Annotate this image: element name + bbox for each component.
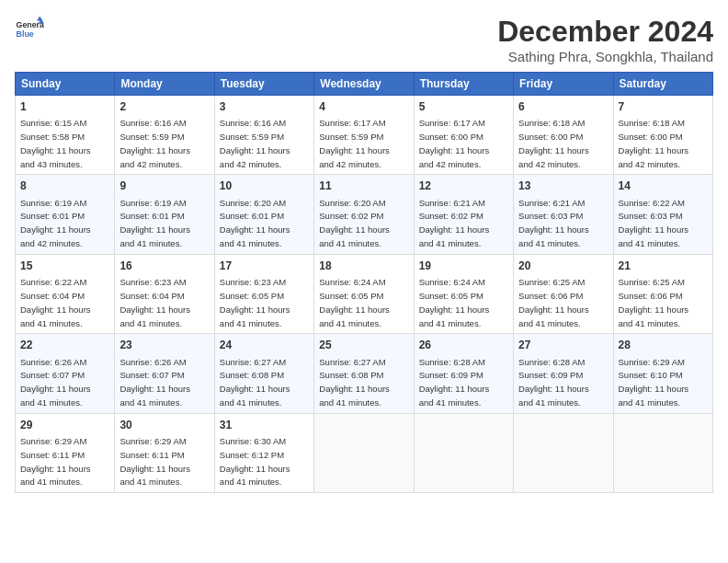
day-info: Sunrise: 6:20 AMSunset: 6:01 PMDaylight:… <box>220 198 290 248</box>
table-row: 7 Sunrise: 6:18 AMSunset: 6:00 PMDayligh… <box>613 96 712 175</box>
col-monday: Monday <box>115 73 214 96</box>
day-number: 8 <box>20 178 109 193</box>
day-info: Sunrise: 6:30 AMSunset: 6:12 PMDaylight:… <box>220 436 290 487</box>
day-info: Sunrise: 6:21 AMSunset: 6:03 PMDaylight:… <box>518 198 589 248</box>
calendar-table: Sunday Monday Tuesday Wednesday Thursday… <box>15 72 713 493</box>
title-block: December 2024 Sathing Phra, Songkhla, Th… <box>497 15 713 64</box>
day-number: 19 <box>419 259 508 273</box>
day-info: Sunrise: 6:17 AMSunset: 5:59 PMDaylight:… <box>319 118 390 168</box>
day-number: 21 <box>619 259 708 273</box>
col-thursday: Thursday <box>414 73 513 96</box>
table-row: 21 Sunrise: 6:25 AMSunset: 6:06 PMDaylig… <box>613 254 712 333</box>
table-row: 30 Sunrise: 6:29 AMSunset: 6:11 PMDaylig… <box>115 413 214 492</box>
day-info: Sunrise: 6:29 AMSunset: 6:11 PMDaylight:… <box>20 436 91 487</box>
day-info: Sunrise: 6:16 AMSunset: 5:59 PMDaylight:… <box>119 118 190 168</box>
day-info: Sunrise: 6:21 AMSunset: 6:02 PMDaylight:… <box>419 198 490 248</box>
table-row <box>613 413 712 492</box>
col-saturday: Saturday <box>613 73 712 96</box>
table-row: 23 Sunrise: 6:26 AMSunset: 6:07 PMDaylig… <box>115 334 214 413</box>
day-number: 1 <box>20 99 109 114</box>
day-info: Sunrise: 6:18 AMSunset: 6:00 PMDaylight:… <box>518 118 589 168</box>
day-number: 23 <box>119 338 209 352</box>
table-row: 29 Sunrise: 6:29 AMSunset: 6:11 PMDaylig… <box>16 413 115 492</box>
page-title: December 2024 <box>497 15 713 49</box>
table-row: 6 Sunrise: 6:18 AMSunset: 6:00 PMDayligh… <box>514 96 613 175</box>
table-row: 25 Sunrise: 6:27 AMSunset: 6:08 PMDaylig… <box>314 334 414 413</box>
table-row: 4 Sunrise: 6:17 AMSunset: 5:59 PMDayligh… <box>314 96 414 175</box>
calendar-week-row: 22 Sunrise: 6:26 AMSunset: 6:07 PMDaylig… <box>16 334 713 413</box>
calendar-week-row: 29 Sunrise: 6:29 AMSunset: 6:11 PMDaylig… <box>16 413 713 492</box>
table-row <box>514 413 613 492</box>
day-number: 17 <box>220 259 309 273</box>
day-number: 4 <box>319 99 408 114</box>
day-info: Sunrise: 6:16 AMSunset: 5:59 PMDaylight:… <box>220 118 290 168</box>
day-info: Sunrise: 6:26 AMSunset: 6:07 PMDaylight:… <box>20 357 91 408</box>
day-number: 16 <box>119 259 209 273</box>
day-number: 13 <box>518 178 608 193</box>
svg-marker-2 <box>37 17 42 21</box>
day-number: 12 <box>419 178 508 193</box>
day-info: Sunrise: 6:28 AMSunset: 6:09 PMDaylight:… <box>419 357 490 408</box>
day-number: 5 <box>419 99 508 114</box>
day-info: Sunrise: 6:25 AMSunset: 6:06 PMDaylight:… <box>518 277 589 327</box>
calendar-week-row: 8 Sunrise: 6:19 AMSunset: 6:01 PMDayligh… <box>16 175 713 254</box>
day-number: 30 <box>119 418 209 432</box>
logo: General Blue <box>15 15 44 44</box>
day-number: 29 <box>20 418 109 432</box>
table-row: 19 Sunrise: 6:24 AMSunset: 6:05 PMDaylig… <box>414 254 513 333</box>
day-info: Sunrise: 6:23 AMSunset: 6:05 PMDaylight:… <box>220 277 290 327</box>
day-number: 7 <box>619 99 708 114</box>
table-row: 24 Sunrise: 6:27 AMSunset: 6:08 PMDaylig… <box>214 334 313 413</box>
table-row: 9 Sunrise: 6:19 AMSunset: 6:01 PMDayligh… <box>115 175 214 254</box>
table-row: 8 Sunrise: 6:19 AMSunset: 6:01 PMDayligh… <box>16 175 115 254</box>
calendar-header-row: Sunday Monday Tuesday Wednesday Thursday… <box>16 73 713 96</box>
day-info: Sunrise: 6:29 AMSunset: 6:11 PMDaylight:… <box>119 436 190 487</box>
day-info: Sunrise: 6:22 AMSunset: 6:03 PMDaylight:… <box>619 198 689 248</box>
table-row: 10 Sunrise: 6:20 AMSunset: 6:01 PMDaylig… <box>214 175 313 254</box>
day-number: 27 <box>518 338 608 352</box>
table-row: 11 Sunrise: 6:20 AMSunset: 6:02 PMDaylig… <box>314 175 414 254</box>
table-row: 31 Sunrise: 6:30 AMSunset: 6:12 PMDaylig… <box>214 413 313 492</box>
day-number: 2 <box>119 99 209 114</box>
svg-text:Blue: Blue <box>17 29 34 39</box>
table-row: 20 Sunrise: 6:25 AMSunset: 6:06 PMDaylig… <box>514 254 613 333</box>
table-row: 2 Sunrise: 6:16 AMSunset: 5:59 PMDayligh… <box>115 96 214 175</box>
day-info: Sunrise: 6:27 AMSunset: 6:08 PMDaylight:… <box>220 357 290 408</box>
day-info: Sunrise: 6:28 AMSunset: 6:09 PMDaylight:… <box>518 357 589 408</box>
table-row: 26 Sunrise: 6:28 AMSunset: 6:09 PMDaylig… <box>414 334 513 413</box>
day-number: 22 <box>20 338 109 352</box>
day-number: 26 <box>419 338 508 352</box>
day-info: Sunrise: 6:19 AMSunset: 6:01 PMDaylight:… <box>119 198 190 248</box>
day-info: Sunrise: 6:15 AMSunset: 5:58 PMDaylight:… <box>20 118 91 168</box>
day-number: 3 <box>220 99 309 114</box>
day-info: Sunrise: 6:26 AMSunset: 6:07 PMDaylight:… <box>119 357 190 408</box>
table-row: 14 Sunrise: 6:22 AMSunset: 6:03 PMDaylig… <box>613 175 712 254</box>
calendar-week-row: 15 Sunrise: 6:22 AMSunset: 6:04 PMDaylig… <box>16 254 713 333</box>
day-info: Sunrise: 6:25 AMSunset: 6:06 PMDaylight:… <box>619 277 689 327</box>
day-info: Sunrise: 6:24 AMSunset: 6:05 PMDaylight:… <box>319 277 390 327</box>
table-row: 12 Sunrise: 6:21 AMSunset: 6:02 PMDaylig… <box>414 175 513 254</box>
table-row: 17 Sunrise: 6:23 AMSunset: 6:05 PMDaylig… <box>214 254 313 333</box>
day-info: Sunrise: 6:29 AMSunset: 6:10 PMDaylight:… <box>619 357 689 408</box>
day-number: 6 <box>518 99 608 114</box>
col-sunday: Sunday <box>16 73 115 96</box>
table-row: 22 Sunrise: 6:26 AMSunset: 6:07 PMDaylig… <box>16 334 115 413</box>
day-number: 15 <box>20 259 109 273</box>
day-number: 14 <box>619 178 708 193</box>
day-info: Sunrise: 6:27 AMSunset: 6:08 PMDaylight:… <box>319 357 390 408</box>
table-row: 27 Sunrise: 6:28 AMSunset: 6:09 PMDaylig… <box>514 334 613 413</box>
day-number: 9 <box>119 178 209 193</box>
calendar-week-row: 1 Sunrise: 6:15 AMSunset: 5:58 PMDayligh… <box>16 96 713 175</box>
day-number: 28 <box>619 338 708 352</box>
day-info: Sunrise: 6:19 AMSunset: 6:01 PMDaylight:… <box>20 198 91 248</box>
table-row: 15 Sunrise: 6:22 AMSunset: 6:04 PMDaylig… <box>16 254 115 333</box>
table-row: 13 Sunrise: 6:21 AMSunset: 6:03 PMDaylig… <box>514 175 613 254</box>
day-number: 11 <box>319 178 408 193</box>
day-number: 31 <box>220 418 309 432</box>
day-info: Sunrise: 6:23 AMSunset: 6:04 PMDaylight:… <box>119 277 190 327</box>
day-number: 24 <box>220 338 309 352</box>
day-number: 10 <box>220 178 309 193</box>
table-row: 28 Sunrise: 6:29 AMSunset: 6:10 PMDaylig… <box>613 334 712 413</box>
day-info: Sunrise: 6:18 AMSunset: 6:00 PMDaylight:… <box>619 118 689 168</box>
day-number: 25 <box>319 338 408 352</box>
